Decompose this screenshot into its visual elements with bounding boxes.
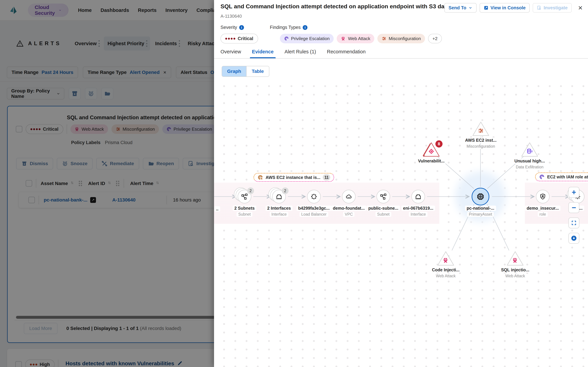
misconfiguration-icon [381,36,387,41]
zoom-in-button[interactable]: + [568,187,579,198]
finding-node-unusual-high-[interactable] [521,142,538,157]
web-attack-icon [442,257,449,264]
interface-icon [415,193,422,200]
graph-node-public-subne-[interactable] [377,190,390,203]
iam-role-icon [539,193,546,200]
graph-node-label: b4299fa3e3gc...Load Balancer [297,206,331,217]
graph-node-label: demo_insecur...role [525,206,561,217]
view-in-console-button[interactable]: View in Console [480,3,530,13]
vulnerability-icon [428,148,434,155]
subnet-icon [380,193,387,200]
privilege-escalation-icon [284,36,289,41]
severity-badge: Critical [221,34,258,43]
misconfiguration-icon [478,127,484,134]
graph-node-2-subnets[interactable]: 2 [238,190,251,203]
zoom-out-button[interactable]: − [568,202,579,213]
chevron-down-icon [468,6,473,10]
data-exfiltration-icon [527,148,533,155]
modal-backdrop[interactable] [0,0,214,367]
tab-alert-rules-1-[interactable]: Alert Rules (1) [285,49,316,58]
finding-pill-misconfiguration: Misconfiguration [377,34,425,43]
attack-path-icon [257,175,263,180]
finding-node-label: Unusual high...Data Exfiltration [513,158,546,170]
finding-type-pills: Privilege EscalationWeb AttackMisconfigu… [280,34,425,43]
graph-node-b4299fa3e3gc-[interactable] [307,190,321,203]
finding-node-label: Vulnerabilit... [416,158,446,164]
interface-icon [276,193,282,200]
findings-types-heading: Findings Typesi [270,25,307,30]
evidence-graph[interactable]: .. 22 SubnetsSubnet22 InterfacesInterfac… [214,80,588,367]
fullscreen-button[interactable] [568,217,579,228]
graph-node-2-interfaces[interactable]: 2 [272,190,286,203]
toggle-graph[interactable]: Graph [222,66,246,76]
alert-id: A-1130640 [221,14,242,19]
tab-overview[interactable]: Overview [221,49,241,58]
ec2-instance-icon [476,192,485,201]
graph-edges [214,80,588,367]
finding-node-vulnerabilit-[interactable]: 8 [423,142,440,157]
graph-node-label: eni-067b6319...Interface [401,206,435,217]
download-graph-button[interactable] [568,233,579,244]
web-attack-icon [512,257,519,264]
alert-detail-panel: SQL and Command Injection attempt detect… [214,0,588,367]
meta-pills: Critical Privilege EscalationWeb AttackM… [221,34,442,43]
tab-evidence[interactable]: Evidence [252,49,274,58]
finding-node-code-injecti-[interactable] [437,250,455,266]
finding-pill-web-attack: Web Attack [337,34,374,43]
info-icon[interactable]: i [303,25,307,30]
panel-title: SQL and Command Injection attempt detect… [221,3,444,10]
attack-path-pill[interactable]: AWS EC2 instance that is...11 [253,173,334,182]
finding-node-label: SQL injectio...Web Attack [499,267,531,278]
privilege-escalation-icon [539,174,545,180]
panel-tabs: OverviewEvidenceAlert Rules (1)Recommend… [221,49,366,58]
close-icon[interactable]: × [578,4,583,12]
investigate-button[interactable]: Investigate [533,3,572,13]
critical-dots-icon [225,38,235,40]
graph-node-label: 2 InterfacesInterface [266,206,293,217]
tab-recommendation[interactable]: Recommendation [327,49,366,58]
download-icon [571,235,577,241]
meta-labels: Severityi Findings Typesi [221,25,307,30]
graph-node-demo-foundat-[interactable] [342,190,355,203]
more-findings-badge[interactable]: +2 [428,34,442,43]
info-icon[interactable]: i [239,25,244,30]
finding-pill-privilege-escalation: Privilege Escalation [280,34,334,43]
graph-node-eni-067b6319-[interactable] [411,190,425,203]
graph-node-label: public-subne...Subnet [367,206,400,217]
finding-node-aws-ec2-inst-[interactable] [472,121,490,137]
app: Cloud Security HomeDashboardsReportsInve… [0,0,588,367]
graph-node-label: demo-foundat...VPC [331,206,366,217]
toggle-table[interactable]: Table [246,66,269,76]
graph-node-label: 2 SubnetsSubnet [233,206,256,217]
console-launch-icon [484,5,488,10]
finding-node-sql-injectio-[interactable] [506,250,524,266]
graph-node-demo-insecur-[interactable] [536,190,550,203]
panel-header-buttons: Send To View in Console Investigate × [444,3,583,13]
attack-path-pill[interactable]: EC2 with IAM role attach... [535,172,588,181]
path-count-badge: 11 [323,174,330,180]
investigate-icon [537,5,542,10]
send-to-button[interactable]: Send To [444,3,476,13]
node-count-badge: 2 [247,187,254,194]
finding-node-label: AWS EC2 inst...Misconfiguration [463,138,498,149]
severity-heading: Severityi [221,25,270,30]
load-balancer-icon [311,193,317,200]
vpc-icon [345,193,352,200]
subnet-icon [241,193,248,200]
graph-controls: + − [568,187,579,244]
fullscreen-icon [571,220,577,226]
graph-table-toggle: GraphTable [222,66,269,77]
finding-count-badge: 8 [435,140,442,148]
graph-node-pc-national-[interactable] [472,188,489,205]
graph-node-label: pc-national-...PrimaryAsset [465,206,496,217]
tabs-divider [214,58,588,58]
web-attack-icon [341,36,346,41]
offscreen-node-label: .. [214,206,220,212]
panel-header: SQL and Command Injection attempt detect… [221,3,583,13]
severity-label: Critical [238,36,253,41]
finding-node-label: Code Injecti...Web Attack [430,267,461,278]
node-count-badge: 2 [282,187,289,194]
